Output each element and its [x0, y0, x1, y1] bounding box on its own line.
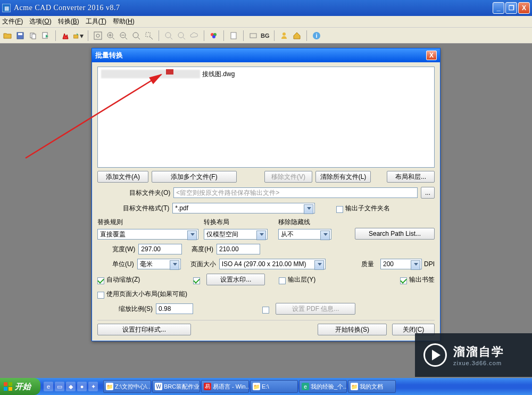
menu-file[interactable]: 文件(F) [2, 17, 23, 26]
unit-select[interactable]: 毫米 [137, 259, 181, 269]
taskbar-task[interactable]: 易易语言 - Win... [201, 380, 249, 393]
bg-button[interactable]: BG [261, 30, 270, 41]
target-format-select[interactable]: *.pdf [172, 203, 315, 213]
color-icon[interactable] [209, 30, 219, 41]
zoom-ratio-input[interactable]: 0.98 [156, 303, 193, 314]
ql-desktop-icon[interactable]: ▭ [55, 382, 64, 391]
start-convert-button[interactable]: 开始转换(S) [318, 324, 387, 335]
ql-app1-icon[interactable]: ◆ [66, 382, 76, 391]
taskbar-task[interactable]: WBRC装配作业... [152, 380, 200, 393]
replace-rule-select[interactable]: 直接覆盖 [97, 229, 198, 240]
use-page-layout-checkbox[interactable] [97, 292, 104, 299]
output-subfolder-label: 输出子文件夹名 [345, 204, 390, 213]
task-icon: 📁 [106, 383, 113, 390]
zoom-in-icon[interactable] [105, 30, 116, 41]
minimize-button[interactable]: _ [493, 2, 504, 14]
page-icon[interactable] [228, 30, 239, 41]
svg-rect-18 [250, 34, 256, 38]
close-button[interactable]: X [518, 2, 530, 14]
add-multiple-files-button[interactable]: 添加多个文件(F) [152, 171, 237, 183]
export-icon[interactable] [40, 30, 51, 41]
svg-rect-23 [4, 382, 7, 386]
auto-zoom-label: 自动缩放(Z) [106, 275, 140, 284]
redaction-marker-icon [166, 69, 173, 75]
height-input[interactable]: 210.00 [217, 244, 260, 254]
output-layer-checkbox[interactable] [279, 277, 286, 284]
copy-icon[interactable] [28, 30, 38, 41]
remove-file-button[interactable]: 移除文件(V) [264, 171, 312, 183]
search-path-button[interactable]: Search Path List... [355, 228, 435, 240]
convert-layout-label: 转换布局 [204, 218, 278, 227]
taskbar-task[interactable]: e我的经验_个... [299, 380, 347, 393]
pdf-info-button[interactable]: 设置 PDF 信息... [276, 303, 355, 315]
page-size-select[interactable]: ISO A4 (297.00 x 210.00 MM) [219, 259, 326, 269]
zoom-prev-icon[interactable] [163, 30, 174, 41]
file-list-item[interactable]: 接线图.dwg [101, 69, 431, 79]
auto-zoom-checkbox[interactable] [97, 277, 104, 284]
output-bookmark-checkbox[interactable] [400, 277, 407, 284]
taskbar-task[interactable]: 📁E:\ [250, 380, 298, 393]
toolbar-separator [243, 30, 244, 41]
svg-point-12 [165, 32, 171, 38]
pdf-info-checkbox[interactable] [262, 307, 269, 314]
info-icon[interactable]: i [311, 30, 322, 41]
svg-point-19 [282, 32, 286, 36]
ql-app2-icon[interactable]: ● [77, 382, 87, 391]
dialog-close-button[interactable]: X [426, 51, 437, 60]
toolbar-separator [274, 30, 275, 41]
window-buttons: _ ❐ X [493, 2, 530, 14]
svg-point-10 [133, 32, 138, 38]
svg-point-16 [212, 35, 215, 38]
slides-icon[interactable] [248, 30, 259, 41]
svg-rect-17 [231, 32, 236, 39]
width-input[interactable]: 297.00 [138, 244, 182, 254]
watermark-button[interactable]: 设置水印... [206, 274, 265, 285]
replace-rule-label: 替换规则 [97, 218, 204, 227]
menu-tools[interactable]: 工具(T) [86, 17, 106, 26]
svg-point-7 [96, 34, 99, 37]
ql-ie-icon[interactable]: e [44, 382, 53, 391]
quality-select[interactable]: 200 [380, 259, 422, 269]
dialog-titlebar[interactable]: 批量转换 X [92, 48, 440, 62]
batch-icon[interactable]: ▾ [73, 30, 84, 41]
zoom-extents-icon[interactable] [93, 30, 103, 41]
start-button[interactable]: 开始 [0, 378, 40, 395]
zoom-out-icon[interactable] [118, 30, 129, 41]
open-icon[interactable] [2, 30, 13, 41]
quality-label: 质量 [361, 260, 374, 269]
taskbar-task[interactable]: 📁我的文档 [348, 380, 396, 393]
toolbar-separator [204, 30, 204, 41]
convert-layout-select[interactable]: 仅模型空间 [204, 229, 268, 240]
zoom-region-icon[interactable] [144, 30, 154, 41]
ql-app3-icon[interactable]: ✦ [88, 382, 98, 391]
file-list[interactable]: 接线图.dwg [97, 67, 435, 168]
layout-layers-button[interactable]: 布局和层... [387, 171, 435, 183]
run-icon[interactable] [60, 30, 71, 41]
logo-text: 溜溜自学 [453, 344, 504, 360]
app-icon: ▦ [2, 4, 11, 12]
output-subfolder-checkbox[interactable] [336, 206, 343, 213]
watermark-checkbox[interactable] [193, 277, 200, 284]
remove-hidden-select[interactable]: 从不 [278, 229, 331, 240]
task-label: 我的经验_个... [311, 383, 347, 391]
menu-convert[interactable]: 转换(B) [58, 17, 79, 26]
maximize-button[interactable]: ❐ [505, 2, 517, 14]
user-icon[interactable] [279, 30, 289, 41]
print-style-button[interactable]: 设置打印样式... [97, 324, 191, 335]
zoom-next-icon[interactable] [176, 30, 187, 41]
home-icon[interactable] [292, 30, 302, 41]
dialog-title: 批量转换 [95, 51, 123, 60]
add-file-button[interactable]: 添加文件(A) [97, 171, 148, 183]
clear-all-button[interactable]: 清除所有文件(L) [315, 171, 371, 183]
browse-folder-button[interactable]: ... [421, 187, 435, 199]
zoom-window-icon[interactable] [131, 30, 142, 41]
cloud-icon[interactable] [189, 30, 200, 41]
taskbar-task[interactable]: 📁Z:\文控中心\... [103, 380, 151, 393]
output-bookmark-label: 输出书签 [409, 275, 435, 284]
start-label: 开始 [15, 382, 31, 392]
menu-options[interactable]: 选项(O) [29, 17, 51, 26]
target-folder-input[interactable]: <留空则按原文件路径保存输出文件> [173, 187, 418, 198]
svg-text:i: i [315, 32, 317, 39]
menu-help[interactable]: 帮助(H) [113, 17, 135, 26]
save-icon[interactable] [15, 30, 26, 41]
